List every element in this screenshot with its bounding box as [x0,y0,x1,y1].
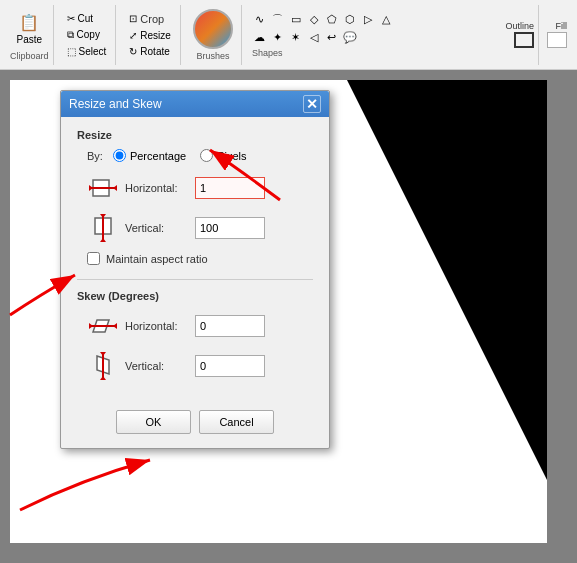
rotate-button[interactable]: ↻ Rotate [124,44,176,59]
brushes-group: Brushes [185,5,242,65]
skew-horizontal-label: Horizontal: [125,320,195,332]
dialog-titlebar: Resize and Skew ✕ [61,91,329,117]
svg-marker-11 [113,323,117,329]
select-button[interactable]: ⬚ Select [62,44,112,59]
shape-pentagon[interactable]: ⬠ [324,12,340,28]
by-label: By: [87,150,103,162]
outline-label: Outline [505,21,534,31]
svg-marker-15 [100,376,106,380]
pixels-option[interactable]: Pixels [200,149,246,162]
shapes-area: ∿ ⌒ ▭ ◇ ⬠ ⬡ ▷ △ ☁ ✦ ✶ ◁ ↩ 💬 Shapes [246,5,498,65]
percentage-option[interactable]: Percentage [113,149,186,162]
paste-icon: 📋 [17,10,41,34]
skew-section-label: Skew (Degrees) [77,290,313,302]
skew-vertical-label: Vertical: [125,360,195,372]
image-group: ✂ Cut ⧉ Copy ⬚ Select [58,5,117,65]
vertical-resize-icon [87,212,119,244]
select-label: Select [79,46,107,57]
horizontal-resize-icon [87,172,119,204]
aspect-ratio-row: Maintain aspect ratio [87,252,313,265]
fill-group: Fill [543,5,571,65]
shape-arrow-u[interactable]: △ [378,12,394,28]
dialog-content: Resize By: Percentage Pixels [61,117,329,402]
rotate-label: Rotate [140,46,169,57]
outline-group: Outline [501,5,539,65]
clipboard-group: 📋 Paste Clipboard [6,5,54,65]
shape-arc[interactable]: ⌒ [270,12,286,28]
shape-arrow-bend[interactable]: ↩ [324,30,340,46]
horizontal-label: Horizontal: [125,182,195,194]
edit-group: ⊡ Crop ⤢ Resize ↻ Rotate [120,5,181,65]
ok-button[interactable]: OK [116,410,191,434]
pixels-label: Pixels [217,150,246,162]
horizontal-input[interactable] [195,177,265,199]
crop-button[interactable]: ⊡ Crop [124,11,176,27]
fill-preview[interactable] [547,32,567,48]
resize-button[interactable]: ⤢ Resize [124,28,176,43]
cancel-button[interactable]: Cancel [199,410,274,434]
aspect-ratio-checkbox[interactable] [87,252,100,265]
percentage-radio[interactable] [113,149,126,162]
skew-horizontal-row: Horizontal: [87,310,313,342]
brushes-icon[interactable] [193,9,233,49]
pixels-radio[interactable] [200,149,213,162]
cut-button[interactable]: ✂ Cut [62,11,112,26]
shape-diamond[interactable]: ◇ [306,12,322,28]
dialog-footer: OK Cancel [61,402,329,448]
vertical-input[interactable] [195,217,265,239]
shape-hexagon[interactable]: ⬡ [342,12,358,28]
image-tools: ✂ Cut ⧉ Copy ⬚ Select [62,11,112,59]
vertical-label: Vertical: [125,222,195,234]
vertical-row: Vertical: [87,212,313,244]
dialog-overlay: Resize and Skew ✕ Resize By: Percentage … [0,70,577,563]
shape-star6[interactable]: ✶ [288,30,304,46]
shape-speech[interactable]: 💬 [342,30,358,46]
svg-marker-14 [100,352,106,356]
shape-arrow-r[interactable]: ▷ [360,12,376,28]
percentage-label: Percentage [130,150,186,162]
paste-button[interactable]: 📋 Paste [10,8,48,47]
svg-marker-10 [89,323,93,329]
resize-icon: ⤢ [129,30,137,41]
skew-vertical-input[interactable] [195,355,265,377]
outline-preview[interactable] [514,32,534,48]
dialog-close-button[interactable]: ✕ [303,95,321,113]
edit-tools: ⊡ Crop ⤢ Resize ↻ Rotate [124,11,176,59]
radio-group: Percentage Pixels [113,149,247,162]
shape-star4[interactable]: ✦ [270,30,286,46]
resize-section-label: Resize [77,129,313,141]
shape-cloud[interactable]: ☁ [252,30,268,46]
skew-horizontal-icon [87,310,119,342]
horizontal-row: Horizontal: [87,172,313,204]
divider [77,279,313,280]
toolbar: 📋 Paste Clipboard ✂ Cut ⧉ Copy ⬚ Select … [0,0,577,70]
svg-marker-3 [113,185,117,191]
select-icon: ⬚ [67,46,76,57]
shapes-row-1: ∿ ⌒ ▭ ◇ ⬠ ⬡ ▷ △ [252,12,394,28]
shape-wave[interactable]: ∿ [252,12,268,28]
skew-horizontal-input[interactable] [195,315,265,337]
skew-vertical-icon [87,350,119,382]
svg-marker-7 [100,238,106,242]
crop-icon: ⊡ [129,13,137,24]
aspect-ratio-label: Maintain aspect ratio [106,253,208,265]
copy-button[interactable]: ⧉ Copy [62,27,112,43]
copy-icon: ⧉ [67,29,74,41]
scissors-icon: ✂ [67,13,75,24]
shape-arrow-left[interactable]: ◁ [306,30,322,46]
skew-vertical-row: Vertical: [87,350,313,382]
paste-label: Paste [16,34,42,45]
rotate-icon: ↻ [129,46,137,57]
clipboard-label: Clipboard [10,51,49,61]
brushes-label: Brushes [196,51,229,61]
shapes-row-2: ☁ ✦ ✶ ◁ ↩ 💬 [252,30,358,46]
shape-rect[interactable]: ▭ [288,12,304,28]
cut-label: Cut [78,13,94,24]
resize-skew-dialog: Resize and Skew ✕ Resize By: Percentage … [60,90,330,449]
dialog-title: Resize and Skew [69,97,162,111]
by-row: By: Percentage Pixels [87,149,313,162]
fill-label: Fill [556,21,568,31]
shapes-label: Shapes [252,48,283,58]
crop-label: Crop [140,13,164,25]
resize-label: Resize [140,30,171,41]
